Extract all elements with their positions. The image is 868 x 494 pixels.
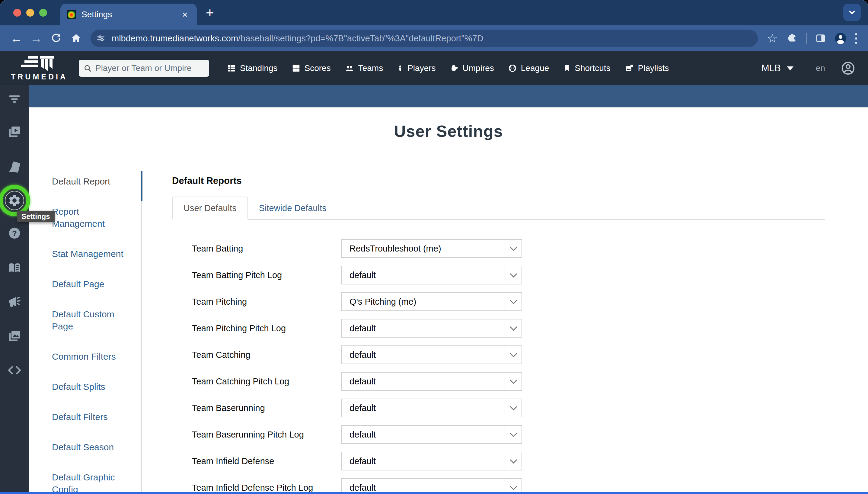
field-label: Team Catching Pitch Log [192, 377, 341, 386]
scores-icon [292, 64, 301, 73]
settings-nav-item[interactable]: Default Graphic Config [52, 471, 141, 492]
nav-item-shortcuts[interactable]: Shortcuts [563, 63, 610, 73]
select-chevron-button[interactable] [505, 293, 521, 310]
language-selector[interactable]: en [816, 63, 825, 73]
nav-item-playlists[interactable]: Playlists [625, 63, 669, 73]
select-value: Q's Pitching (me) [342, 297, 505, 307]
app-top-nav: TRUMEDIA Standings Scores Teams Players [0, 51, 868, 85]
form-row: Team Catching Pitch Log default [192, 372, 825, 391]
field-label: Team Pitching Pitch Log [192, 323, 341, 334]
shortcuts-icon [563, 64, 571, 73]
browser-tab-strip: Settings × + [0, 0, 868, 25]
report-select[interactable]: RedsTroubleshoot (me) [341, 239, 522, 258]
settings-nav-item[interactable]: Default Filters [52, 411, 141, 423]
report-select[interactable]: default [341, 399, 522, 417]
main-menu: Standings Scores Teams Players Umpires L… [227, 63, 669, 73]
settings-nav-item[interactable]: Stat Management [52, 248, 141, 260]
help-icon[interactable]: ? [7, 226, 21, 240]
bookmark-star-icon[interactable]: ☆ [764, 32, 781, 45]
tab-item[interactable]: User Defaults [172, 196, 248, 220]
trumedia-logo[interactable]: TRUMEDIA [8, 56, 70, 81]
settings-nav-item[interactable]: Default Custom Page [52, 308, 141, 332]
league-selector[interactable]: MLB [762, 63, 793, 74]
address-bar[interactable]: mlbdemo.trumedianetworks.com/baseball/se… [91, 30, 758, 47]
nav-item-players[interactable]: Players [397, 63, 435, 73]
field-label: Team Batting Pitch Log [192, 270, 341, 280]
embed-code-icon[interactable] [7, 364, 22, 376]
settings-nav-item[interactable]: Default Report [52, 175, 141, 188]
report-select[interactable]: default [341, 266, 522, 284]
report-select[interactable]: default [341, 372, 522, 391]
video-library-icon[interactable] [7, 125, 22, 139]
forward-button[interactable]: → [28, 32, 45, 45]
side-panel-button[interactable] [812, 33, 829, 44]
settings-nav-item[interactable]: Default Page [52, 278, 141, 290]
select-chevron-button[interactable] [505, 266, 521, 284]
field-label: Team Baserunning Pitch Log [192, 430, 341, 440]
report-select[interactable]: default [341, 345, 522, 364]
settings-nav-item[interactable]: Report Management [52, 206, 141, 230]
form-row: Team Pitching Q's Pitching (me) [192, 292, 825, 311]
site-favicon [67, 10, 76, 19]
select-chevron-button[interactable] [505, 399, 521, 417]
settings-gear-icon[interactable] [7, 193, 21, 207]
select-chevron-button[interactable] [505, 240, 521, 257]
browser-menu-button[interactable] [852, 33, 860, 44]
form-row: Team Catching default [192, 345, 825, 364]
chevron-down-icon [510, 297, 517, 304]
report-select[interactable]: default [341, 425, 522, 444]
home-button[interactable] [67, 33, 84, 44]
nav-item-scores[interactable]: Scores [292, 63, 331, 73]
report-select[interactable]: default [341, 319, 522, 338]
nav-item-umpires[interactable]: Umpires [450, 63, 494, 73]
nav-label: Umpires [463, 63, 494, 73]
chevron-down-icon [847, 8, 856, 17]
settings-nav-item[interactable]: Common Filters [52, 350, 141, 363]
reload-icon [51, 33, 62, 44]
global-search[interactable] [78, 59, 210, 78]
puzzle-icon [787, 33, 798, 44]
teams-icon [345, 64, 354, 73]
select-chevron-button[interactable] [505, 479, 521, 492]
browser-tab-settings[interactable]: Settings × [60, 4, 197, 25]
field-label: Team Infield Defense Pitch Log [192, 483, 341, 493]
media-gallery-icon[interactable] [7, 328, 22, 343]
back-button[interactable]: ← [8, 32, 25, 45]
settings-nav-item[interactable]: Default Season [52, 441, 141, 453]
new-tab-button[interactable]: + [206, 6, 214, 20]
chevron-down-icon [510, 270, 517, 278]
report-select[interactable]: default [341, 452, 522, 471]
select-chevron-button[interactable] [505, 426, 521, 443]
page-title: User Settings [29, 122, 868, 140]
nav-label: Playlists [638, 63, 669, 73]
form-row: Team Pitching Pitch Log default [192, 319, 825, 338]
tab-search-button[interactable] [843, 4, 861, 21]
glossary-book-icon[interactable] [7, 261, 22, 276]
minimize-window-button[interactable] [26, 9, 34, 17]
close-window-button[interactable] [13, 9, 21, 17]
chevron-down-icon [787, 66, 793, 70]
select-chevron-button[interactable] [505, 320, 521, 337]
browser-profile-avatar[interactable] [832, 32, 849, 45]
select-chevron-button[interactable] [505, 452, 521, 470]
nav-item-league[interactable]: League [508, 63, 549, 73]
megaphone-icon[interactable] [7, 295, 22, 309]
report-select[interactable]: default [341, 478, 522, 492]
nav-item-standings[interactable]: Standings [227, 63, 278, 73]
tab-close-icon[interactable]: × [180, 8, 190, 21]
site-info-button[interactable] [94, 32, 107, 45]
nav-item-teams[interactable]: Teams [345, 63, 383, 73]
report-select[interactable]: Q's Pitching (me) [341, 292, 522, 311]
search-input[interactable] [95, 63, 204, 73]
filter-icon[interactable] [7, 92, 21, 106]
cards-icon[interactable] [7, 160, 22, 174]
settings-nav-item[interactable]: Default Splits [52, 381, 141, 393]
app-sidebar: Settings ? [0, 85, 29, 492]
tab-item[interactable]: Sitewide Defaults [248, 197, 337, 219]
reload-button[interactable] [48, 33, 64, 44]
extensions-button[interactable] [784, 33, 801, 44]
zoom-window-button[interactable] [39, 9, 47, 17]
select-chevron-button[interactable] [505, 373, 521, 390]
select-chevron-button[interactable] [505, 346, 521, 364]
user-profile-button[interactable] [841, 61, 855, 75]
